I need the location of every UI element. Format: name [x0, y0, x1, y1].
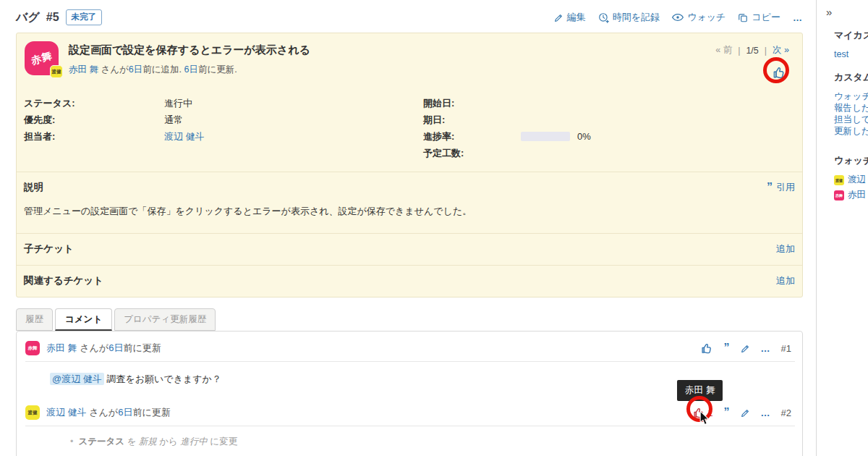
related-issues-section: 関連するチケット 追加: [17, 265, 802, 297]
meta-text: 前に更新: [132, 407, 170, 418]
watcher-name-link[interactable]: 渡辺 健: [848, 174, 868, 186]
comment-ago-link[interactable]: 6日: [109, 342, 123, 353]
comment-2-actions: 1 ” … #2: [693, 407, 795, 419]
field-value: 進行中: [164, 97, 192, 110]
tab-property-history[interactable]: プロパティ更新履歴: [114, 308, 216, 331]
page-header: バグ #5 未完了 編集 時間を記録 ウォッチ コピー …: [16, 0, 803, 33]
comment-1-header: 赤舞 赤田 舞 さんが6日前に更新 ” … #1: [25, 341, 795, 362]
fields-right-column: 開始日: 期日: 進捗率: 0% 予定工数:: [409, 95, 795, 161]
thumbs-up-icon: [693, 407, 705, 419]
like-button[interactable]: [701, 342, 713, 355]
meta-text: 前に更新: [123, 342, 161, 353]
sidebar-link-test[interactable]: test: [834, 48, 868, 60]
eye-icon: [672, 13, 684, 22]
comment-number: #1: [781, 343, 791, 354]
add-subtask-link[interactable]: 追加: [776, 242, 795, 256]
issue-pagination: « 前 | 1/5 | 次 »: [715, 44, 789, 56]
comment-author-link[interactable]: 渡辺 健斗: [46, 407, 87, 418]
progress-bar: [521, 132, 570, 141]
prev-issue-link[interactable]: « 前: [715, 44, 732, 56]
assignee-avatar-badge: 渡健: [50, 65, 63, 78]
issue-like-button[interactable]: [773, 66, 786, 82]
edit-button[interactable]: 編集: [554, 11, 586, 24]
change-text: に変更: [208, 436, 237, 447]
copy-button[interactable]: コピー: [738, 11, 780, 24]
quote-icon: ”: [767, 184, 773, 191]
change-to: 進行中: [180, 436, 208, 447]
more-comment-button[interactable]: …: [761, 343, 770, 354]
add-related-issue-link[interactable]: 追加: [776, 274, 795, 287]
change-from: 新規: [139, 436, 157, 447]
watch-label: ウォッチ: [687, 11, 726, 24]
avatar: 渡健: [834, 175, 844, 185]
sidebar-link-watching[interactable]: ウォッチし: [834, 90, 868, 102]
avatar: 赤舞: [25, 341, 40, 355]
sidebar-link-reported[interactable]: 報告した: [834, 102, 868, 114]
my-custom-heading: マイカス: [834, 29, 868, 42]
issue-author-link[interactable]: 赤田 舞: [69, 64, 98, 75]
more-comment-button[interactable]: …: [761, 408, 770, 418]
right-sidebar: » マイカス test カスタム ウォッチし 報告した 担当してい 更新した ウ…: [816, 0, 868, 456]
field-label: 開始日:: [423, 97, 521, 110]
watch-button[interactable]: ウォッチ: [672, 11, 726, 24]
edit-comment-button[interactable]: [741, 344, 750, 353]
edit-comment-button[interactable]: [741, 408, 750, 418]
added-ago-link[interactable]: 6日: [129, 64, 142, 75]
description-body: 管理メニューの設定画面で「保存」をクリックするとエラーが表示され、設定が保存でき…: [24, 205, 795, 218]
watcher-row: 赤舞 赤田 舞: [834, 189, 868, 201]
related-issues-heading: 関連するチケット: [24, 274, 103, 287]
field-assignee: 担当者: 渡辺 健斗: [24, 128, 409, 145]
field-label: 進捗率:: [423, 130, 521, 143]
activity-tabs: 履歴 コメント プロパティ更新履歴: [16, 308, 803, 331]
quote-button[interactable]: ” 引用: [767, 181, 795, 194]
change-text: から: [157, 436, 181, 447]
changed-field: ステータス: [78, 436, 124, 447]
subtasks-section: 子チケット 追加: [17, 233, 802, 265]
sidebar-link-assigned[interactable]: 担当してい: [834, 114, 868, 125]
subtasks-header: 子チケット 追加: [24, 242, 795, 256]
issue-meta: 赤田 舞 さんが6日前に追加. 6日前に更新.: [69, 64, 694, 76]
sidebar-link-updated[interactable]: 更新した: [834, 125, 868, 137]
like-button-liked[interactable]: 1: [693, 407, 712, 419]
meta-text: 前に追加.: [142, 64, 184, 75]
description-section: 説明 ” 引用 管理メニューの設定画面で「保存」をクリックするとエラーが表示され…: [17, 172, 802, 233]
mention-chip[interactable]: @渡辺 健斗: [50, 373, 104, 385]
issue-fields: ステータス: 進行中 優先度: 通常 担当者: 渡辺 健斗 開始日:: [17, 89, 802, 172]
comment-2: 渡健 渡辺 健斗 さんが6日前に更新 1 ” … #2: [17, 396, 802, 456]
quote-comment-button[interactable]: ”: [724, 345, 730, 352]
comment-number: #2: [781, 408, 791, 418]
copy-label: コピー: [752, 11, 780, 24]
assignee-link[interactable]: 渡辺 健斗: [164, 130, 205, 143]
watcher-name-link[interactable]: 赤田 舞: [848, 189, 868, 201]
field-label: 予定工数:: [423, 147, 521, 160]
issue-title: 設定画面で設定を保存するとエラーが表示される: [69, 43, 694, 57]
quote-comment-button[interactable]: ”: [724, 409, 730, 416]
meta-text: 前に更新.: [198, 64, 237, 75]
comment-ago-link[interactable]: 6日: [118, 407, 132, 418]
more-button[interactable]: …: [793, 12, 803, 23]
meta-text: さんが: [87, 407, 119, 418]
avatar: 赤舞: [834, 190, 844, 200]
clock-plus-icon: [598, 12, 609, 23]
next-issue-link[interactable]: 次 »: [773, 44, 789, 56]
tab-history[interactable]: 履歴: [16, 308, 53, 331]
field-status: ステータス: 進行中: [24, 95, 409, 111]
field-label: 担当者:: [24, 130, 164, 143]
issue-card-header: 赤舞 渡健 設定画面で設定を保存するとエラーが表示される 赤田 舞 さんが6日前…: [17, 33, 802, 89]
comment-1-actions: ” … #1: [701, 342, 795, 355]
related-issues-header: 関連するチケット 追加: [24, 274, 795, 287]
issue-head-right: « 前 | 1/5 | 次 »: [694, 41, 795, 82]
bullet: •: [70, 436, 73, 447]
thumbs-up-icon: [701, 342, 713, 355]
updated-ago-link[interactable]: 6日: [184, 64, 198, 75]
collapse-sidebar-icon[interactable]: »: [826, 6, 868, 18]
copy-icon: [738, 12, 748, 23]
custom-heading: カスタム: [834, 71, 868, 84]
comment-author-link[interactable]: 赤田 舞: [46, 342, 77, 353]
tab-comments[interactable]: コメント: [55, 308, 112, 331]
issue-toolbar: 編集 時間を記録 ウォッチ コピー …: [554, 11, 803, 24]
fields-left-column: ステータス: 進行中 優先度: 通常 担当者: 渡辺 健斗: [24, 95, 409, 161]
log-time-button[interactable]: 時間を記録: [598, 11, 660, 24]
thumbs-up-icon: [773, 66, 786, 80]
pagination-current: 1/5: [746, 46, 758, 56]
